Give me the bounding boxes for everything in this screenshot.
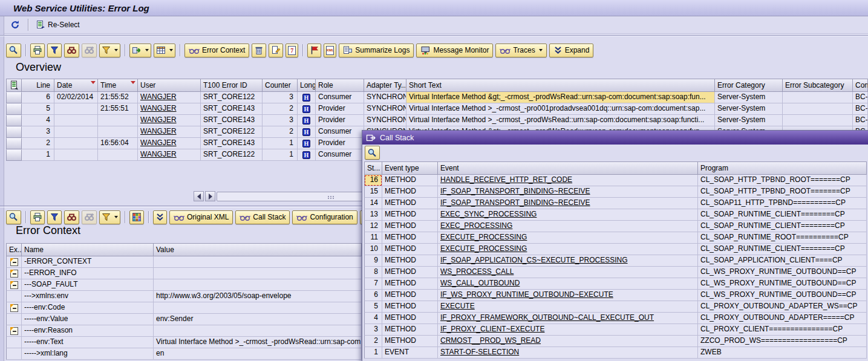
row-select-button[interactable]: [6, 126, 22, 138]
cell-event-link[interactable]: WS_PROCESS_CALL: [438, 267, 698, 278]
filter-button[interactable]: [99, 44, 120, 57]
delete-button[interactable]: [252, 44, 266, 57]
cell-event-link[interactable]: HANDLE_RECEIVE_HTTP_RET_CODE: [438, 175, 698, 186]
sort-descending-button[interactable]: [47, 210, 62, 224]
cell-event-link[interactable]: IF_PROXY_CLIENT~EXECUTE: [438, 324, 698, 336]
cell-user-link[interactable]: WANGJER: [138, 115, 201, 126]
column-header-role[interactable]: Role: [316, 79, 364, 92]
column-header-time[interactable]: Time: [98, 79, 138, 92]
configuration-button[interactable]: Configuration: [292, 210, 357, 224]
cell-event-link[interactable]: IF_SOAP_TRANSPORT_BINDING~RECEIVE: [438, 198, 698, 209]
cell-user-link[interactable]: WANGJER: [138, 103, 201, 115]
refresh-button[interactable]: [7, 18, 23, 31]
long-text-icon[interactable]: H: [302, 105, 310, 113]
cell-stack[interactable]: 3: [364, 324, 382, 336]
cell-stack[interactable]: 8: [364, 267, 382, 278]
column-header-short-text[interactable]: Short Text: [406, 79, 715, 92]
cell-user-link[interactable]: WANGJER: [138, 92, 201, 103]
call-stack-titlebar[interactable]: Call Stack: [362, 131, 868, 145]
details-button[interactable]: [6, 44, 21, 57]
column-header-value[interactable]: Value: [154, 243, 362, 256]
cell-user-link[interactable]: WANGJER: [138, 138, 201, 149]
find-next-button[interactable]: [82, 210, 97, 224]
cell-stack[interactable]: 1: [364, 347, 382, 359]
row-select-button[interactable]: [6, 92, 22, 103]
column-header-stack[interactable]: St...: [364, 161, 382, 175]
column-header-line[interactable]: Line: [22, 79, 54, 92]
xml-button[interactable]: XML: [324, 44, 336, 57]
message-monitor-button[interactable]: Message Monitor: [416, 44, 493, 57]
sort-descending-button[interactable]: [47, 44, 62, 57]
print-button[interactable]: [30, 44, 45, 57]
long-text-icon[interactable]: H: [302, 128, 310, 136]
long-text-icon[interactable]: H: [302, 151, 310, 159]
cell-event-link[interactable]: EXEC_SYNC_PROCESSING: [438, 209, 698, 221]
collapse-node-icon[interactable]: [10, 258, 18, 266]
row-select-button[interactable]: [6, 138, 22, 149]
change-document-button[interactable]: [269, 44, 283, 57]
cell-short-text[interactable]: Virtual Interface Method &gt;_-crmost_-p…: [406, 92, 715, 103]
cell-stack[interactable]: 9: [364, 255, 382, 267]
details-button[interactable]: [365, 146, 380, 160]
cell-event-link[interactable]: IF_WS_PROXY_RUNTIME_OUTBOUND~EXECUTE: [438, 290, 698, 301]
cell-event-link[interactable]: IF_SOAP_APPLICATION_CS~EXECUTE_PROCESSIN…: [438, 255, 698, 267]
summarize-logs-button[interactable]: Summarize Logs: [339, 44, 414, 57]
cell-short-text[interactable]: Virtual Interface Method >_-crmost_-pro0…: [406, 103, 715, 115]
column-header-t100-error-id[interactable]: T100 Error ID: [201, 79, 263, 92]
column-header-date[interactable]: Date: [54, 79, 98, 92]
reselect-button[interactable]: Re-Select: [33, 18, 83, 31]
filter-button[interactable]: [99, 210, 120, 224]
cell-stack[interactable]: 5: [364, 301, 382, 313]
cell-stack[interactable]: 14: [364, 198, 382, 209]
collapse-node-icon[interactable]: [10, 304, 18, 312]
row-select-button[interactable]: [6, 115, 22, 126]
table-view-button[interactable]: [129, 210, 144, 224]
call-stack-button[interactable]: Call Stack: [235, 210, 290, 224]
cell-stack[interactable]: 13: [364, 209, 382, 221]
scroll-left-button[interactable]: [194, 191, 204, 201]
cell-event-link[interactable]: WS_CALL_OUTBOUND: [438, 278, 698, 290]
collapse-node-icon[interactable]: [10, 270, 18, 278]
column-header-user[interactable]: User: [138, 79, 201, 92]
column-header-error-category[interactable]: Error Category: [715, 79, 783, 92]
cell-stack[interactable]: 4: [364, 313, 382, 324]
cell-event-link[interactable]: EXECUTE: [438, 301, 698, 313]
error-context-button[interactable]: Error Context: [184, 44, 249, 57]
cell-stack[interactable]: 15: [364, 186, 382, 198]
expand-all-button[interactable]: [153, 210, 167, 224]
find-next-button[interactable]: [82, 44, 97, 57]
find-button[interactable]: [64, 210, 79, 224]
row-select-button[interactable]: [6, 149, 22, 161]
cell-event-link[interactable]: IF_PROXY_FRAMEWORK_OUTBOUND~CALL_EXECUTE…: [438, 313, 698, 324]
versions-button[interactable]: 7: [286, 44, 298, 57]
cell-event-link[interactable]: EXEC_PROCESSING: [438, 221, 698, 232]
cell-stack[interactable]: 16: [364, 175, 382, 186]
select-all-button[interactable]: [6, 79, 22, 92]
row-select-button[interactable]: [6, 103, 22, 115]
cell-event-link[interactable]: IF_SOAP_TRANSPORT_BINDING~RECEIVE: [438, 186, 698, 198]
long-text-icon[interactable]: H: [302, 94, 310, 102]
collapse-node-icon[interactable]: [10, 327, 18, 335]
cell-event-link[interactable]: EXECUTE_PROCESSING: [438, 232, 698, 244]
cell-stack[interactable]: 12: [364, 221, 382, 232]
collapse-node-icon[interactable]: [10, 281, 18, 289]
column-header-adapter-type[interactable]: Adapter Ty...: [364, 79, 406, 92]
cell-stack[interactable]: 7: [364, 278, 382, 290]
column-header-long-text[interactable]: Long ...: [298, 79, 316, 92]
find-button[interactable]: [64, 44, 79, 57]
cell-event-link[interactable]: START-OF-SELECTION: [438, 347, 698, 359]
expand-button[interactable]: Expand: [549, 44, 594, 57]
cell-stack[interactable]: 11: [364, 232, 382, 244]
cell-user-link[interactable]: WANGJER: [138, 149, 201, 161]
cell-stack[interactable]: 6: [364, 290, 382, 301]
export-button[interactable]: [129, 44, 151, 57]
details-button[interactable]: [6, 210, 21, 224]
cell-user-link[interactable]: WANGJER: [138, 126, 201, 138]
column-header-event-type[interactable]: Event type: [382, 161, 438, 175]
column-header-name[interactable]: Name: [22, 243, 154, 256]
cell-short-text[interactable]: Virtual Interface Method >_-crmost_-prod…: [406, 115, 715, 126]
column-header-event[interactable]: Event: [438, 161, 698, 175]
column-header-program[interactable]: Program: [698, 161, 867, 175]
cell-stack[interactable]: 2: [364, 336, 382, 347]
flag-button[interactable]: [307, 44, 321, 57]
